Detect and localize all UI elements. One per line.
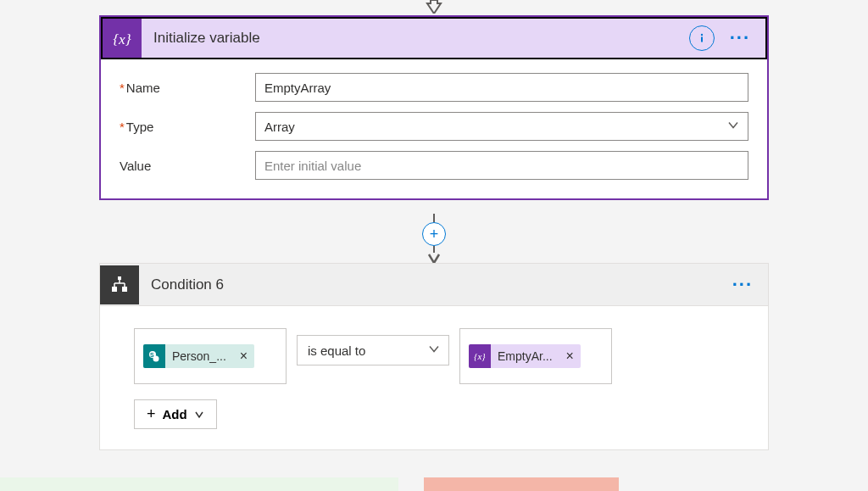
name-input[interactable]: EmptyArray (255, 73, 748, 102)
svg-rect-5 (122, 287, 127, 292)
type-select[interactable]: Array (255, 112, 748, 141)
no-branch-indicator (424, 477, 619, 491)
svg-text:S: S (150, 352, 154, 358)
more-actions-button[interactable]: ··· (723, 27, 757, 49)
svg-text:{x}: {x} (113, 31, 131, 47)
svg-rect-3 (118, 276, 121, 280)
condition-step[interactable]: Condition 6 ··· S Person_... × is equal … (99, 263, 769, 450)
variable-token[interactable]: {x} EmptyAr... × (469, 344, 581, 368)
add-step-button[interactable]: + (422, 222, 446, 246)
condition-left-operand[interactable]: S Person_... × (134, 328, 287, 384)
step-title: Condition 6 (139, 276, 726, 293)
chevron-down-icon (428, 343, 440, 358)
variable-icon: {x} (469, 344, 491, 368)
info-button[interactable] (689, 25, 715, 51)
variable-icon: {x} (103, 19, 142, 58)
add-step-connector: + (422, 214, 446, 265)
add-label: Add (163, 407, 187, 421)
step-header[interactable]: Condition 6 ··· (100, 264, 768, 306)
chevron-down-icon (194, 410, 204, 420)
value-label: Value (120, 159, 255, 173)
incoming-connector (426, 0, 442, 14)
chevron-down-icon (727, 120, 739, 134)
condition-operator-select[interactable]: is equal to (297, 335, 449, 365)
branch-indicator (0, 477, 868, 491)
token-label: Person_... (165, 349, 233, 363)
svg-text:{x}: {x} (474, 351, 486, 361)
sharepoint-token[interactable]: S Person_... × (143, 344, 254, 368)
remove-token-button[interactable]: × (233, 349, 254, 364)
name-label: *Name (120, 81, 255, 95)
type-value: Array (264, 120, 295, 134)
operator-label: is equal to (308, 343, 365, 358)
svg-rect-4 (112, 287, 117, 292)
remove-token-button[interactable]: × (559, 349, 581, 364)
more-actions-button[interactable]: ··· (726, 274, 760, 296)
value-input[interactable]: Enter initial value (255, 151, 748, 180)
plus-icon: + (147, 405, 156, 423)
sharepoint-icon: S (143, 344, 165, 368)
condition-right-operand[interactable]: {x} EmptyAr... × (459, 328, 612, 384)
step-header[interactable]: {x} Initialize variable ··· (101, 17, 767, 59)
type-label: *Type (120, 120, 255, 134)
step-title: Initialize variable (142, 30, 689, 47)
yes-branch-indicator (0, 477, 398, 491)
initialize-variable-step[interactable]: {x} Initialize variable ··· *Name EmptyA… (99, 15, 769, 200)
svg-rect-2 (701, 37, 703, 42)
svg-point-1 (700, 34, 702, 36)
condition-icon (100, 265, 139, 304)
add-condition-button[interactable]: + Add (134, 399, 217, 429)
token-label: EmptyAr... (491, 349, 559, 363)
